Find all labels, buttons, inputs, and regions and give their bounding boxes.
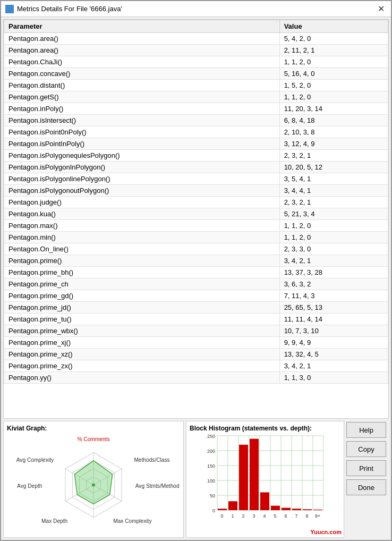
cell-parameter: Pentagon.isPoint0nPoly() <box>4 126 280 138</box>
main-window: Metrics Details For File '6666.java' ✕ P… <box>0 0 392 541</box>
cell-value: 13, 32, 4, 5 <box>279 349 388 360</box>
cell-parameter: Pentagon.prime_xj() <box>4 337 280 349</box>
table-row: Pentagon.isPoint0nPoly()2, 10, 3, 8 <box>4 126 388 138</box>
cell-parameter: Pentagon.kua() <box>4 208 280 220</box>
table-scroll[interactable]: Parameter Value Pentagon.area()5, 4, 2, … <box>4 20 388 418</box>
cell-value: 1, 1, 2, 0 <box>279 56 388 68</box>
table-row: Pentagon.prime_gd()7, 11, 4, 3 <box>4 290 388 302</box>
cell-value: 1, 1, 2, 0 <box>279 232 388 243</box>
cell-parameter: Pentagon.prime_ch <box>4 278 280 290</box>
cell-parameter: Pentagon.prime_jd() <box>4 302 280 314</box>
svg-text:2: 2 <box>242 513 244 519</box>
done-button[interactable]: Done <box>346 479 386 495</box>
cell-parameter: Pentagon.max() <box>4 220 280 232</box>
table-row: Pentagon.area()5, 4, 2, 0 <box>4 33 388 45</box>
svg-text:100: 100 <box>207 478 215 484</box>
table-row: Pentagon.On_line()2, 3, 3, 0 <box>4 243 388 255</box>
copy-button[interactable]: Copy <box>346 441 386 457</box>
cell-parameter: Pentagon.prime() <box>4 255 280 267</box>
metrics-table: Parameter Value Pentagon.area()5, 4, 2, … <box>4 20 388 384</box>
watermark: Yuucn.com <box>310 529 342 535</box>
kiviat-label-top-right: Methods/Class <box>134 457 169 463</box>
cell-value: 11, 11, 4, 14 <box>279 314 388 325</box>
cell-parameter: Pentagon.ChaJi() <box>4 56 280 68</box>
bar-4 <box>260 492 269 510</box>
svg-text:6: 6 <box>284 513 287 519</box>
table-row: Pentagon.prime_zx()3, 4, 2, 1 <box>4 360 388 372</box>
bar-2 <box>239 445 248 510</box>
cell-parameter: Pentagon.isPolygonequlesPolygon() <box>4 150 280 162</box>
cell-value: 3, 4, 4, 1 <box>279 185 388 197</box>
table-row: Pentagon.judge()2, 3, 2, 1 <box>4 197 388 208</box>
table-row: Pentagon.max()1, 1, 2, 0 <box>4 220 388 232</box>
cell-parameter: Pentagon.prime_xz() <box>4 349 280 360</box>
bar-6 <box>282 508 291 511</box>
table-row: Pentagon.getS()1, 1, 2, 0 <box>4 91 388 103</box>
col-parameter: Parameter <box>4 20 280 33</box>
cell-value: 9, 9, 4, 9 <box>279 337 388 349</box>
kiviat-label-bot-right: Max Complexity <box>113 518 152 524</box>
kiviat-label-bot-left: Max Depth <box>41 518 67 524</box>
help-button[interactable]: Help <box>346 422 386 438</box>
close-button[interactable]: ✕ <box>376 4 387 14</box>
table-row: Pentagon.inPoly()11, 20, 3, 14 <box>4 103 388 115</box>
cell-value: 3, 4, 2, 1 <box>279 255 388 267</box>
cell-value: 2, 3, 3, 0 <box>279 243 388 255</box>
table-row: Pentagon.prime_jd()25, 65, 5, 13 <box>4 302 388 314</box>
svg-text:1: 1 <box>231 513 234 519</box>
bar-8 <box>303 509 312 510</box>
cell-value: 2, 11, 2, 1 <box>279 45 388 56</box>
cell-parameter: Pentagon.prime_wbx() <box>4 325 280 337</box>
cell-value: 5, 16, 4, 0 <box>279 68 388 80</box>
cell-parameter: Pentagon.getS() <box>4 91 280 103</box>
table-row: Pentagon.kua()5, 21, 3, 4 <box>4 208 388 220</box>
print-button[interactable]: Print <box>346 460 386 476</box>
cell-parameter: Pentagon.yy() <box>4 372 280 384</box>
table-row: Pentagon.isPolygonoutPolygon()3, 4, 4, 1 <box>4 185 388 197</box>
table-row: Pentagon.min()1, 1, 2, 0 <box>4 232 388 243</box>
cell-parameter: Pentagon.isPointInPoly() <box>4 138 280 150</box>
metrics-table-section: Parameter Value Pentagon.area()5, 4, 2, … <box>3 19 389 419</box>
cell-value: 2, 3, 2, 1 <box>279 150 388 162</box>
svg-text:150: 150 <box>207 463 215 469</box>
cell-parameter: Pentagon.min() <box>4 232 280 243</box>
cell-parameter: Pentagon.isPolygonInPolygon() <box>4 162 280 173</box>
svg-text:7: 7 <box>295 513 297 519</box>
svg-text:8: 8 <box>305 513 308 519</box>
cell-value: 2, 3, 2, 1 <box>279 197 388 208</box>
table-row: Pentagon.prime_xz()13, 32, 4, 5 <box>4 349 388 360</box>
table-row: Pentagon.isIntersect()6, 8, 4, 18 <box>4 115 388 126</box>
svg-text:200: 200 <box>207 449 215 454</box>
cell-value: 1, 5, 2, 0 <box>279 80 388 91</box>
kiviat-canvas: % Comments Avg Complexity Methods/Class … <box>7 433 180 529</box>
cell-value: 3, 5, 4, 1 <box>279 173 388 185</box>
bar-3 <box>250 439 259 510</box>
title-bar: Metrics Details For File '6666.java' ✕ <box>1 1 391 17</box>
svg-text:250: 250 <box>207 434 215 439</box>
kiviat-label-mid-left: Avg Depth <box>17 483 42 489</box>
bar-0 <box>218 509 227 510</box>
kiviat-label-top-left: Avg Complexity <box>16 457 54 463</box>
table-row: Pentagon.prime_wbx()10, 7, 3, 10 <box>4 325 388 337</box>
table-row: Pentagon.isPolygonlinePolygon()3, 5, 4, … <box>4 173 388 185</box>
cell-value: 11, 20, 3, 14 <box>279 103 388 115</box>
kiviat-title: Kiviat Graph: <box>7 425 180 432</box>
bottom-section: Kiviat Graph: <box>3 421 389 538</box>
cell-parameter: Pentagon.concave() <box>4 68 280 80</box>
cell-parameter: Pentagon.isIntersect() <box>4 115 280 126</box>
table-row: Pentagon.area()2, 11, 2, 1 <box>4 45 388 56</box>
cell-parameter: Pentagon.On_line() <box>4 243 280 255</box>
cell-value: 6, 8, 4, 18 <box>279 115 388 126</box>
svg-text:3: 3 <box>252 513 255 519</box>
svg-point-11 <box>92 484 95 487</box>
bar-9 <box>313 510 322 510</box>
cell-value: 7, 11, 4, 3 <box>279 290 388 302</box>
cell-parameter: Pentagon.judge() <box>4 197 280 208</box>
cell-value: 3, 6, 3, 2 <box>279 278 388 290</box>
cell-value: 2, 10, 3, 8 <box>279 126 388 138</box>
cell-parameter: Pentagon.isPolygonoutPolygon() <box>4 185 280 197</box>
cell-value: 5, 4, 2, 0 <box>279 33 388 45</box>
svg-text:0: 0 <box>212 508 215 513</box>
svg-marker-10 <box>74 461 112 504</box>
cell-value: 13, 37, 3, 28 <box>279 267 388 278</box>
